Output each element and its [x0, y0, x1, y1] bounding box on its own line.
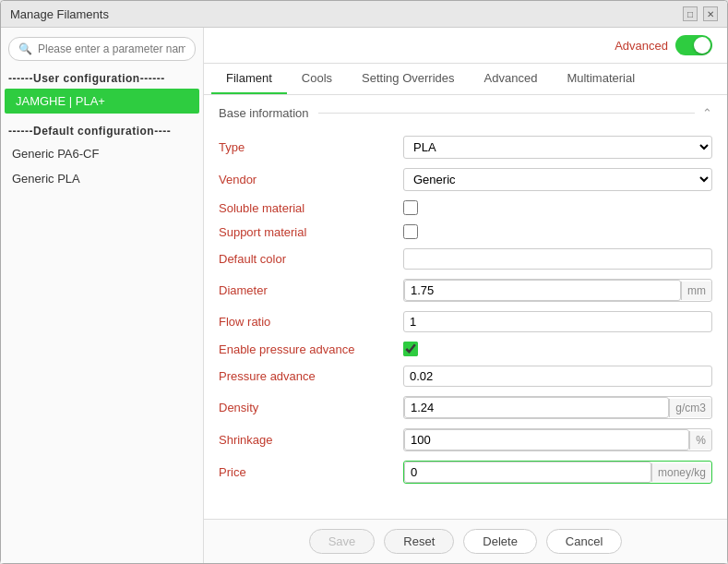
top-bar: Advanced [204, 28, 727, 64]
control-soluble [403, 200, 712, 215]
checkbox-support[interactable] [403, 224, 418, 239]
advanced-toggle-switch[interactable] [675, 35, 712, 55]
control-density: g/cm3 [403, 396, 712, 419]
tab-multimaterial[interactable]: Multimaterial [552, 64, 650, 94]
user-config-section: ------User configuration------ [1, 68, 203, 89]
input-price-group: money/kg [403, 461, 712, 484]
row-soluble: Soluble material [219, 196, 712, 220]
control-support [403, 224, 712, 239]
control-pressure-enable [403, 342, 712, 356]
label-diameter: Diameter [219, 283, 403, 297]
label-pressure-enable: Enable pressure advance [219, 342, 403, 356]
input-shrinkage-group: % [403, 428, 712, 451]
search-input[interactable] [38, 42, 185, 55]
input-diameter-group: mm [403, 279, 712, 302]
section-line [318, 113, 695, 114]
input-flow-ratio[interactable] [403, 311, 712, 332]
reset-button[interactable]: Reset [384, 529, 454, 554]
label-flow-ratio: Flow ratio [219, 315, 403, 329]
save-button[interactable]: Save [309, 529, 376, 554]
row-vendor: Vendor GenericBambuPrusa [219, 163, 712, 196]
unit-density: g/cm3 [669, 399, 711, 417]
section-title: Base information [219, 106, 309, 120]
main-panel: Advanced Filament Cools Setting Override… [204, 28, 727, 563]
input-density-group: g/cm3 [403, 396, 712, 419]
advanced-toggle-area: Advanced [615, 35, 712, 55]
title-bar: Manage Filaments □ ✕ [1, 1, 727, 28]
manage-filaments-window: Manage Filaments □ ✕ 🔍 ------User config… [0, 0, 728, 564]
control-diameter: mm [403, 279, 712, 302]
checkbox-soluble[interactable] [403, 200, 418, 215]
control-price: money/kg [403, 461, 712, 484]
sidebar-item-jamghe-pla-plus[interactable]: JAMGHE | PLA+ [5, 89, 199, 114]
tabs-bar: Filament Cools Setting Overrides Advance… [204, 64, 727, 95]
sidebar: 🔍 ------User configuration------ JAMGHE … [1, 28, 204, 563]
input-price[interactable] [404, 462, 651, 483]
tab-advanced[interactable]: Advanced [470, 64, 553, 94]
label-color: Default color [219, 252, 403, 266]
label-vendor: Vendor [219, 173, 403, 186]
select-type[interactable]: PLAABSPETGTPU [403, 136, 712, 159]
label-pressure-advance: Pressure advance [219, 369, 403, 383]
unit-shrinkage: % [689, 431, 711, 450]
control-color [403, 248, 712, 270]
control-vendor: GenericBambuPrusa [403, 168, 712, 191]
close-button[interactable]: ✕ [703, 6, 718, 21]
search-bar: 🔍 [8, 37, 196, 61]
select-vendor[interactable]: GenericBambuPrusa [403, 168, 712, 191]
input-density[interactable] [404, 397, 669, 418]
window-title: Manage Filaments [10, 7, 109, 21]
row-diameter: Diameter mm [219, 274, 712, 306]
label-soluble: Soluble material [219, 201, 403, 215]
tab-filament[interactable]: Filament [211, 64, 287, 94]
row-support: Support material [219, 220, 712, 244]
minimize-button[interactable]: □ [683, 6, 698, 21]
control-flow-ratio [403, 311, 712, 332]
tab-cools[interactable]: Cools [287, 64, 347, 94]
toggle-knob [694, 37, 710, 54]
row-pressure-advance: Pressure advance [219, 361, 712, 391]
row-color: Default color [219, 244, 712, 274]
unit-price: money/kg [651, 463, 711, 482]
row-shrinkage: Shrinkage % [219, 424, 712, 456]
checkbox-pressure-enable[interactable] [403, 342, 418, 356]
collapse-icon[interactable]: ⌃ [702, 106, 712, 120]
input-color[interactable] [403, 248, 712, 270]
row-price: Price money/kg [219, 456, 712, 488]
form-area: Base information ⌃ Type PLAABSPETGTPU Ve… [204, 95, 727, 519]
control-shrinkage: % [403, 428, 712, 451]
delete-button[interactable]: Delete [463, 529, 537, 554]
tab-setting-overrides[interactable]: Setting Overrides [347, 64, 469, 94]
label-support: Support material [219, 225, 403, 239]
label-density: Density [219, 401, 403, 414]
control-type: PLAABSPETGTPU [403, 136, 712, 159]
label-shrinkage: Shrinkage [219, 433, 403, 447]
sidebar-item-generic-pa6-cf[interactable]: Generic PA6-CF [1, 141, 203, 166]
control-pressure-advance [403, 366, 712, 387]
window-controls: □ ✕ [683, 6, 718, 21]
advanced-label: Advanced [615, 39, 668, 53]
row-flow-ratio: Flow ratio [219, 306, 712, 337]
row-pressure-enable: Enable pressure advance [219, 337, 712, 361]
section-header: Base information ⌃ [219, 106, 712, 120]
input-diameter[interactable] [404, 280, 681, 301]
row-type: Type PLAABSPETGTPU [219, 131, 712, 163]
label-price: Price [219, 465, 403, 479]
input-pressure-advance[interactable] [403, 366, 712, 387]
search-icon: 🔍 [18, 42, 32, 55]
bottom-bar: Save Reset Delete Cancel [204, 519, 727, 563]
label-type: Type [219, 140, 403, 154]
sidebar-item-generic-pla[interactable]: Generic PLA [1, 166, 203, 191]
unit-diameter: mm [681, 282, 711, 300]
input-shrinkage[interactable] [404, 429, 689, 450]
cancel-button[interactable]: Cancel [546, 529, 622, 554]
row-density: Density g/cm3 [219, 391, 712, 424]
default-config-section: ------Default configuration---- [1, 121, 203, 141]
main-content: 🔍 ------User configuration------ JAMGHE … [1, 28, 727, 563]
